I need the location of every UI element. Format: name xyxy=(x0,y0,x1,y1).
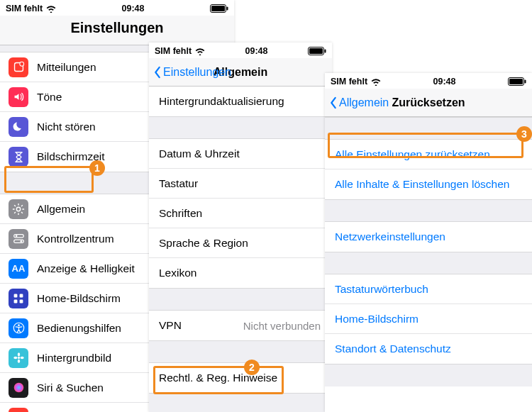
moon-icon xyxy=(9,117,28,137)
row-label: Tastaturwörterbuch xyxy=(335,283,428,296)
list-row[interactable]: Datum & Uhrzeit xyxy=(149,139,332,169)
back-button[interactable]: Einstellungen xyxy=(153,66,231,79)
carrier-label: SIM fehlt xyxy=(331,77,367,87)
svg-point-21 xyxy=(13,383,23,393)
back-label: Einstellungen xyxy=(163,66,231,79)
fingerprint-icon xyxy=(9,408,28,413)
switches-icon xyxy=(9,229,28,249)
clock: 09:48 xyxy=(122,4,145,13)
row-label: Mitteilungen xyxy=(37,61,96,74)
notifications-icon xyxy=(9,57,28,77)
row-label: Tastatur xyxy=(159,177,198,190)
page-title: Zurücksetzen xyxy=(392,96,465,109)
svg-rect-26 xyxy=(509,79,523,84)
list-row-vpn[interactable]: VPN Nicht verbunden xyxy=(149,311,332,340)
row-label: Anzeige & Helligkeit xyxy=(37,262,135,275)
row-label: Hintergrundbild xyxy=(37,352,111,364)
group-separator xyxy=(149,288,332,311)
svg-rect-23 xyxy=(309,48,323,54)
list-row[interactable]: Alle Inhalte & Einstellungen löschen xyxy=(325,169,532,199)
nav-bar: Einstellungen Allgemein xyxy=(149,58,332,87)
status-bar: SIM fehlt 09:48 xyxy=(325,73,532,89)
list-row[interactable]: Alle Einstellungen zurücksetzen xyxy=(325,140,532,169)
page-title: Einstellungen xyxy=(0,16,234,45)
battery-icon xyxy=(508,77,526,86)
row-label: Home-Bildschirm xyxy=(335,313,419,325)
list-row[interactable]: Home-Bildschirm xyxy=(325,304,532,334)
group-separator xyxy=(149,116,332,139)
row-label: Rechtl. & Reg. Hinweise xyxy=(159,372,277,384)
general-panel: SIM fehlt 09:48 Einstellungen Allgemein … xyxy=(149,43,332,412)
group-separator xyxy=(325,364,532,386)
reset-panel: SIM fehlt 09:48 Allgemein Zurücksetzen A… xyxy=(325,73,532,412)
hourglass-icon xyxy=(9,147,28,167)
list-row[interactable]: Hintergrundaktualisierung xyxy=(149,87,332,116)
row-label: Siri & Suchen xyxy=(37,382,104,394)
list-row[interactable]: Rechtl. & Reg. Hinweise xyxy=(149,363,332,393)
svg-rect-13 xyxy=(20,299,23,303)
svg-rect-27 xyxy=(524,80,526,84)
svg-point-20 xyxy=(20,357,23,359)
row-label: Nicht stören xyxy=(37,121,96,133)
group-separator xyxy=(325,252,532,274)
row-label: Bedienungshilfen xyxy=(37,322,121,335)
svg-point-19 xyxy=(13,357,17,359)
svg-point-18 xyxy=(17,360,19,363)
row-label: Netzwerkeinstellungen xyxy=(335,230,445,243)
clock: 09:48 xyxy=(433,77,456,87)
row-label: Bildschirmzeit xyxy=(37,150,105,163)
list-row[interactable]: Schriften xyxy=(149,199,332,228)
sound-icon xyxy=(9,87,28,107)
row-label: Allgemein xyxy=(37,203,85,216)
battery-icon xyxy=(210,4,228,13)
row-label: Sprache & Region xyxy=(159,237,248,250)
back-button[interactable]: Allgemein xyxy=(329,96,389,109)
svg-point-17 xyxy=(17,352,19,356)
flower-icon xyxy=(9,348,28,368)
status-bar: SIM fehlt 09:48 xyxy=(0,0,234,16)
group-separator xyxy=(149,340,332,363)
row-label: VPN xyxy=(159,319,182,332)
svg-point-9 xyxy=(20,240,22,243)
list-row[interactable]: Netzwerkeinstellungen xyxy=(325,222,532,252)
siri-icon xyxy=(9,378,28,398)
reset-list: Alle Einstellungen zurücksetzen Alle Inh… xyxy=(325,117,532,386)
carrier-label: SIM fehlt xyxy=(155,46,192,56)
svg-rect-12 xyxy=(14,299,18,303)
svg-rect-11 xyxy=(20,294,23,297)
grid-icon xyxy=(9,289,28,308)
list-row[interactable]: Tastatur xyxy=(149,169,332,199)
row-label: Datum & Uhrzeit xyxy=(159,147,240,160)
svg-rect-1 xyxy=(211,6,225,11)
svg-rect-8 xyxy=(13,240,23,243)
list-row[interactable]: Tastaturwörterbuch xyxy=(325,274,532,304)
svg-point-7 xyxy=(15,235,17,237)
list-row[interactable]: Sprache & Region xyxy=(149,228,332,258)
back-label: Allgemein xyxy=(339,96,389,109)
nav-bar: Einstellungen xyxy=(0,16,234,45)
svg-rect-10 xyxy=(14,294,18,297)
row-label: Alle Einstellungen zurücksetzen xyxy=(335,148,490,161)
list-row[interactable]: Lexikon xyxy=(149,258,332,288)
row-label: Schriften xyxy=(159,207,202,220)
wifi-icon xyxy=(371,78,381,86)
row-label: Standort & Datenschutz xyxy=(335,343,451,355)
aa-icon: AA xyxy=(9,259,28,279)
row-label: Kontrollzentrum xyxy=(37,233,114,245)
gear-icon xyxy=(9,199,28,219)
nav-bar: Allgemein Zurücksetzen xyxy=(325,89,532,117)
row-label: Lexikon xyxy=(159,267,196,279)
carrier-label: SIM fehlt xyxy=(6,4,43,13)
general-list: Hintergrundaktualisierung Datum & Uhrzei… xyxy=(149,87,332,412)
row-label: Alle Inhalte & Einstellungen löschen xyxy=(335,178,509,191)
list-row[interactable]: Standort & Datenschutz xyxy=(325,334,532,364)
row-label: Home-Bildschirm xyxy=(37,292,121,305)
status-bar: SIM fehlt 09:48 xyxy=(149,43,332,58)
row-value: Nicht verbunden xyxy=(243,320,323,332)
group-separator xyxy=(325,199,532,222)
accessibility-icon xyxy=(9,318,28,338)
svg-point-15 xyxy=(18,324,20,326)
svg-point-5 xyxy=(16,207,20,211)
clock: 09:48 xyxy=(245,46,268,56)
svg-point-16 xyxy=(17,357,19,359)
